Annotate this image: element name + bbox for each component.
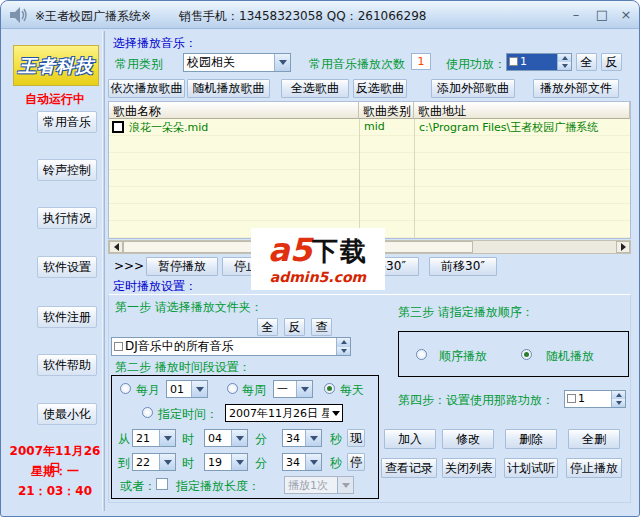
watermark-text: 下载 <box>312 234 368 268</box>
length-select[interactable]: 播放1次 <box>284 476 354 494</box>
table-row[interactable]: 浪花一朵朵.mid mid c:\Program Files\王者校园广播系统 <box>109 119 630 136</box>
column-header-type[interactable]: 歌曲类别 <box>359 102 414 119</box>
maximize-button[interactable]: □ <box>593 7 611 23</box>
play-count-label: 常用音乐播放次数 <box>309 56 405 73</box>
amp-route-spinner[interactable]: 1 <box>564 390 626 408</box>
radio-specific-time[interactable] <box>142 407 153 418</box>
delete-all-button[interactable]: 全删 <box>568 429 620 449</box>
add-external-song-button[interactable]: 添加外部歌曲 <box>431 79 515 98</box>
play-sequential-button[interactable]: 依次播放歌曲 <box>108 79 185 98</box>
to-second-select[interactable]: 34 <box>282 453 322 471</box>
minimize-button[interactable]: – <box>567 7 585 23</box>
view-records-button[interactable]: 查看记录 <box>381 458 437 478</box>
from-minute-select[interactable]: 04 <box>204 429 248 447</box>
amp-spinner[interactable]: 1 <box>506 53 572 71</box>
close-list-button[interactable]: 关闭列表 <box>442 458 496 478</box>
monthly-day-select[interactable]: 01 <box>166 380 208 398</box>
chevron-down-icon[interactable] <box>337 477 353 493</box>
to-minute-select[interactable]: 19 <box>204 453 248 471</box>
date-picker-value: 2007年11月26日 星 <box>226 405 329 421</box>
brand-logo: 王者科技 <box>13 45 99 86</box>
sidebar-item-minimize[interactable]: 使最小化 <box>37 403 97 425</box>
folder-select-all-button[interactable]: 全 <box>257 318 278 336</box>
sidebar-item-common-music[interactable]: 常用音乐 <box>37 111 97 133</box>
song-type: mid <box>364 120 412 133</box>
from-second-value: 34 <box>283 430 305 446</box>
column-header-name[interactable]: 歌曲名称 <box>109 102 359 119</box>
chevron-down-icon[interactable] <box>231 454 247 470</box>
from-second-select[interactable]: 34 <box>282 429 322 447</box>
delete-button[interactable]: 删除 <box>505 429 557 449</box>
sidebar-item-help[interactable]: 软件帮助 <box>37 354 97 376</box>
modify-button[interactable]: 修改 <box>442 429 494 449</box>
radio-weekly[interactable] <box>227 383 238 394</box>
play-count-value[interactable]: 1 <box>411 53 431 70</box>
scroll-right-icon[interactable] <box>616 241 630 253</box>
folder-spinner[interactable]: DJ音乐中的所有音乐 <box>111 337 351 356</box>
column-header-path[interactable]: 歌曲地址 <box>414 102 630 119</box>
music-section-title: 选择播放音乐： <box>113 35 197 52</box>
sidebar-item-register[interactable]: 软件注册 <box>37 306 97 328</box>
plan-preview-button[interactable]: 计划试听 <box>504 458 558 478</box>
chevron-down-icon[interactable] <box>305 454 321 470</box>
spin-up-icon[interactable] <box>612 391 625 399</box>
folder-invert-button[interactable]: 反 <box>284 318 305 336</box>
chevron-down-icon[interactable] <box>159 454 175 470</box>
spin-up-icon[interactable] <box>558 54 571 62</box>
sequential-label: 顺序播放 <box>439 348 487 365</box>
play-random-button[interactable]: 随机播放歌曲 <box>187 79 270 98</box>
invert-songs-button[interactable]: 反选歌曲 <box>353 79 407 98</box>
add-button[interactable]: 加入 <box>384 429 436 449</box>
play-external-file-button[interactable]: 播放外部文件 <box>533 79 619 98</box>
date-picker[interactable]: 2007年11月26日 星 <box>225 404 343 422</box>
to-hour-value: 22 <box>133 454 159 470</box>
minute-label: 分 <box>255 431 267 448</box>
seek-forward-button[interactable]: 前移30″ <box>429 257 497 276</box>
category-select[interactable]: 校园相关 <box>183 53 291 72</box>
from-hour-select[interactable]: 21 <box>132 429 176 447</box>
chevron-down-icon[interactable] <box>305 430 321 446</box>
folder-query-button[interactable]: 查 <box>311 318 332 336</box>
chevron-down-icon[interactable] <box>159 430 175 446</box>
sidebar-item-settings[interactable]: 软件设置 <box>37 256 97 278</box>
amp-route-spin-buttons[interactable] <box>611 391 625 407</box>
spin-down-icon[interactable] <box>337 347 350 356</box>
length-checkbox[interactable] <box>156 478 168 490</box>
radio-sequential[interactable] <box>416 349 427 360</box>
spin-down-icon[interactable] <box>612 399 625 407</box>
spin-down-icon[interactable] <box>558 62 571 70</box>
chevron-down-icon[interactable] <box>231 430 247 446</box>
amp-spin-buttons[interactable] <box>557 54 571 70</box>
stop-play-button[interactable]: 停止播放 <box>566 458 622 478</box>
folder-checkbox[interactable] <box>114 342 123 351</box>
radio-random[interactable] <box>521 349 532 360</box>
sidebar-item-exec-status[interactable]: 执行情况 <box>37 207 97 229</box>
scroll-left-icon[interactable] <box>109 241 123 253</box>
select-all-songs-button[interactable]: 全选歌曲 <box>281 79 349 98</box>
radio-daily[interactable] <box>324 383 335 394</box>
pause-button[interactable]: 暂停播放 <box>146 257 218 276</box>
sidebar-item-ring-control[interactable]: 铃声控制 <box>37 159 97 181</box>
row-checkbox[interactable] <box>112 121 124 133</box>
weekly-day-select[interactable]: 一 <box>273 380 313 398</box>
watermark: a5 下载 admin5.com <box>251 228 385 290</box>
timer-section-title: 定时播放设置： <box>113 278 197 295</box>
chevron-down-icon[interactable] <box>296 381 312 397</box>
close-button[interactable]: × <box>617 7 635 23</box>
radio-monthly[interactable] <box>120 383 131 394</box>
minute-label: 分 <box>255 455 267 472</box>
song-table[interactable]: 歌曲名称 歌曲类别 歌曲地址 浪花一朵朵.mid mid c:\Program … <box>108 101 631 239</box>
set-stop-button[interactable]: 停 <box>347 453 365 471</box>
to-hour-select[interactable]: 22 <box>132 453 176 471</box>
amp-route-checkbox[interactable] <box>567 394 576 403</box>
chevron-down-icon[interactable] <box>191 381 207 397</box>
chevron-down-icon[interactable] <box>274 54 290 71</box>
amp-checkbox[interactable] <box>509 57 518 66</box>
folder-spin-buttons[interactable] <box>336 338 350 355</box>
amp-select-all-button[interactable]: 全 <box>576 53 597 71</box>
amp-invert-button[interactable]: 反 <box>601 53 622 71</box>
weekly-day-value: 一 <box>274 381 296 397</box>
chevron-down-icon[interactable] <box>329 405 342 421</box>
spin-up-icon[interactable] <box>337 338 350 347</box>
set-now-button[interactable]: 现 <box>347 429 365 447</box>
